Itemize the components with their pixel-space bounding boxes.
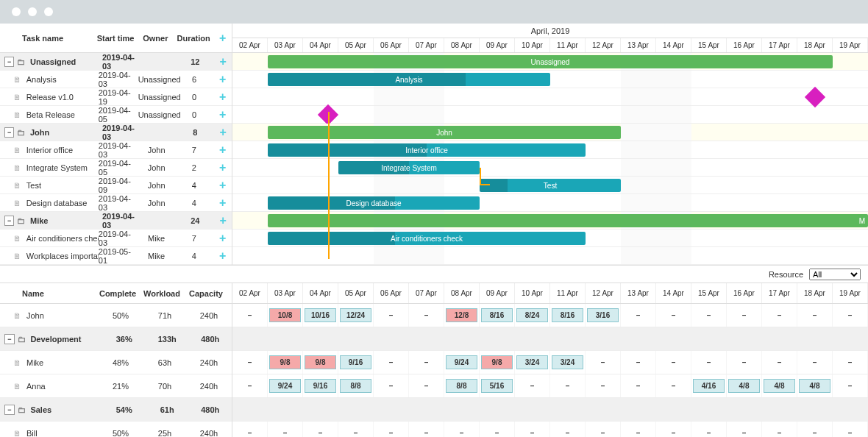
add-task-button[interactable]: + <box>219 161 226 174</box>
weekend-bg <box>409 177 444 193</box>
workload-cell: – <box>338 422 374 437</box>
gantt-bar[interactable]: Analysis <box>268 73 550 86</box>
collapse-toggle[interactable]: − <box>4 405 15 415</box>
task-row[interactable]: −🗀Mike2019-04-0324+ <box>0 212 232 230</box>
task-start: 2019-04-03 <box>99 71 138 88</box>
resource-day-header: 02 Apr03 Apr04 Apr05 Apr06 Apr07 Apr08 A… <box>232 283 868 304</box>
day-cell: 12 Apr <box>586 38 621 52</box>
resource-timeline-row: –––––––––––––––––– <box>232 422 868 437</box>
folder-icon: 🗀 <box>18 405 26 414</box>
task-duration: 12 <box>176 57 214 66</box>
task-row[interactable]: 🗎Air conditioners check2019-04-03Mike7+ <box>0 230 232 247</box>
collapse-toggle[interactable]: − <box>4 334 15 344</box>
workload-cell: – <box>762 422 797 437</box>
workload-cell: 10/16 <box>303 304 338 327</box>
folder-icon: 🗀 <box>17 57 25 66</box>
weekend-bg <box>656 124 691 141</box>
resource-complete: 54% <box>102 405 146 414</box>
task-start: 2019-04-09 <box>99 177 138 194</box>
add-task-button[interactable]: + <box>219 108 226 121</box>
col-duration: Duration <box>174 34 213 43</box>
task-row[interactable]: 🗎Design database2019-04-03John4+ <box>0 194 232 212</box>
workload-cell: – <box>656 422 691 437</box>
resource-timeline[interactable]: 02 Apr03 Apr04 Apr05 Apr06 Apr07 Apr08 A… <box>232 283 868 437</box>
document-icon: 🗎 <box>13 311 22 320</box>
workload-cell: – <box>833 304 868 327</box>
workload-cell: – <box>621 351 656 374</box>
day-header: 02 Apr03 Apr04 Apr05 Apr06 Apr07 Apr08 A… <box>232 38 868 53</box>
resource-row[interactable]: 🗎Bill50%25h240h <box>0 422 232 437</box>
add-task-button[interactable]: + <box>219 179 226 191</box>
collapse-toggle[interactable]: − <box>4 127 14 138</box>
task-owner: John <box>138 199 174 207</box>
workload-cell: – <box>797 422 833 437</box>
workload-cell: – <box>727 422 762 437</box>
gantt-bar[interactable]: John <box>268 126 621 139</box>
resource-complete: 48% <box>99 358 143 367</box>
day-cell: 14 Apr <box>656 38 691 52</box>
day-cell: 02 Apr <box>232 38 268 52</box>
task-row[interactable]: 🗎Interior office2019-04-03John7+ <box>0 141 232 159</box>
task-row[interactable]: 🗎Integrate System2019-04-05John2+ <box>0 159 232 177</box>
task-row[interactable]: 🗎Release v1.02019-04-19Unassigned0+ <box>0 88 232 106</box>
gantt-bar[interactable]: M <box>268 214 868 227</box>
task-row[interactable]: 🗎Beta Release2019-04-05Unassigned0+ <box>0 106 232 124</box>
add-column-button[interactable]: + <box>219 32 226 44</box>
workload-cell: – <box>621 304 656 327</box>
task-row[interactable]: 🗎Analysis2019-04-03Unassigned6+ <box>0 71 232 88</box>
resource-filter-select[interactable]: All <box>809 269 861 280</box>
gantt-bar[interactable]: Integrate System <box>338 161 480 174</box>
collapse-toggle[interactable]: − <box>4 216 14 226</box>
weekend-bg <box>621 194 656 211</box>
add-task-button[interactable]: + <box>219 73 226 85</box>
task-row[interactable]: 🗎Test2019-04-09John4+ <box>0 177 232 194</box>
workload-cell: – <box>621 422 656 437</box>
add-task-button[interactable]: + <box>219 249 226 262</box>
document-icon: 🗎 <box>13 93 22 102</box>
resource-capacity: 240h <box>187 429 231 438</box>
task-row[interactable]: −🗀John2019-04-038+ <box>0 124 232 141</box>
gantt-bar[interactable]: Unassigned <box>268 55 833 68</box>
day-cell: 19 Apr <box>833 283 868 303</box>
document-icon: 🗎 <box>13 252 22 260</box>
add-task-button[interactable]: + <box>219 90 226 103</box>
add-task-button[interactable]: + <box>219 214 226 227</box>
timeline[interactable]: April, 2019 02 Apr03 Apr04 Apr05 Apr06 A… <box>232 24 868 265</box>
day-cell: 11 Apr <box>550 283 586 303</box>
task-row[interactable]: 🗎Workplaces importation2019-05-01Mike4+ <box>0 247 232 265</box>
gantt-bar[interactable]: Air conditioners check <box>268 232 586 245</box>
workload-cell: – <box>480 422 515 437</box>
resource-row[interactable]: 🗎Mike48%63h240h <box>0 351 232 374</box>
task-duration: 4 <box>174 199 213 207</box>
add-task-button[interactable]: + <box>219 55 226 68</box>
day-cell: 06 Apr <box>374 38 409 52</box>
gantt-bar[interactable]: Interior office <box>268 143 586 157</box>
collapse-toggle[interactable]: − <box>4 57 14 67</box>
workload-cell: 12/8 <box>444 304 480 327</box>
resource-row[interactable]: 🗎John50%71h240h <box>0 304 232 327</box>
gantt-bar[interactable]: Test <box>480 179 621 192</box>
gantt-bar[interactable]: Design database <box>268 196 480 210</box>
workload-cell: 5/16 <box>480 374 515 397</box>
task-table-header: Task name Start time Owner Duration + <box>0 24 232 53</box>
add-task-button[interactable]: + <box>219 196 226 209</box>
resource-row[interactable]: 🗎Anna21%70h240h <box>0 374 232 398</box>
day-cell: 06 Apr <box>374 283 409 303</box>
workload-cell: – <box>833 351 868 374</box>
day-cell: 16 Apr <box>727 38 762 52</box>
bar-label: M <box>859 217 865 225</box>
resource-row[interactable]: −🗀Development36%133h480h <box>0 327 232 351</box>
resource-row[interactable]: −🗀Sales54%61h480h <box>0 398 232 422</box>
day-cell: 17 Apr <box>762 38 797 52</box>
gantt-panel: Task name Start time Owner Duration + −🗀… <box>0 24 868 266</box>
task-owner: John <box>138 146 174 154</box>
milestone-marker[interactable] <box>805 87 825 107</box>
workload-cell: 8/16 <box>480 304 515 327</box>
task-row[interactable]: −🗀Unassigned2019-04-0312+ <box>0 53 232 71</box>
task-owner: John <box>138 163 174 172</box>
add-task-button[interactable]: + <box>219 126 226 138</box>
resource-capacity: 480h <box>188 335 232 344</box>
add-task-button[interactable]: + <box>219 143 226 156</box>
browser-chrome <box>0 0 868 24</box>
add-task-button[interactable]: + <box>219 232 226 244</box>
